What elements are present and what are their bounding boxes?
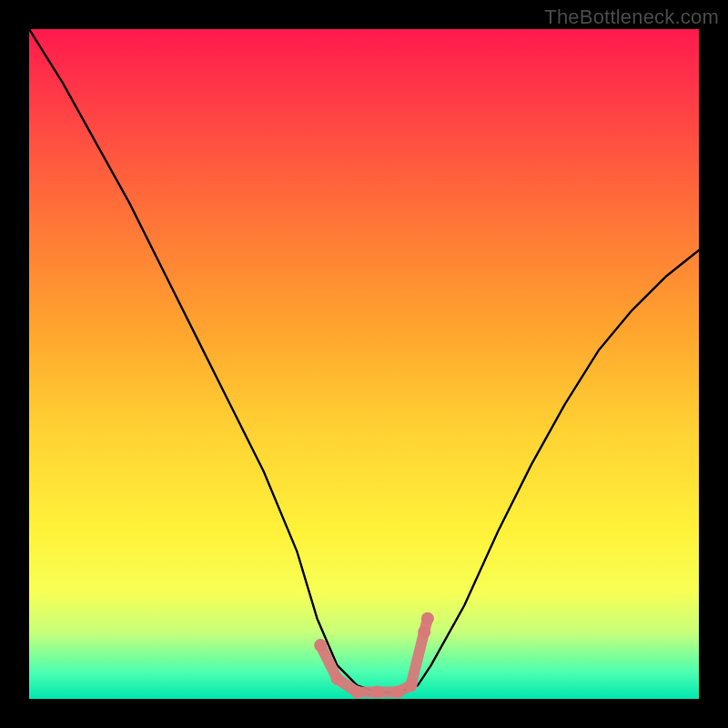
bottleneck-curve [29, 29, 699, 693]
highlight-dot [391, 686, 404, 699]
chart-frame: TheBottleneck.com [0, 0, 728, 728]
watermark-text: TheBottleneck.com [544, 5, 719, 29]
highlight-dot [331, 672, 344, 685]
highlight-dot [351, 686, 364, 699]
highlight-dot [371, 686, 384, 699]
highlight-dot [421, 612, 434, 625]
plot-area [29, 29, 699, 699]
curve-svg [29, 29, 699, 699]
highlight-dot [314, 639, 327, 652]
highlight-dot [405, 679, 418, 692]
highlight-dot [418, 625, 430, 638]
